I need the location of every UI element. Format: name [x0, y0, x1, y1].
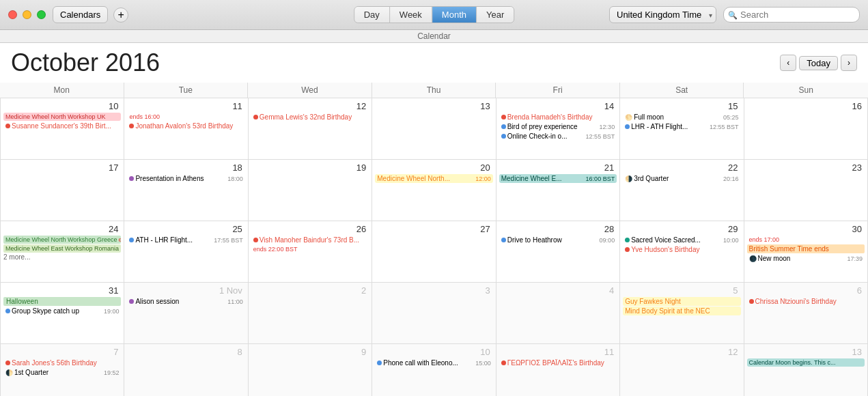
cell-nov4[interactable]: 4: [496, 283, 620, 344]
cell-oct20[interactable]: 20 Medicine Wheel North...12:00: [372, 160, 496, 221]
list-item[interactable]: Online Check-in o...12:55 BST: [499, 132, 617, 141]
list-item[interactable]: 🌓1st Quarter19:52: [3, 368, 121, 377]
cell-nov12[interactable]: 12: [620, 344, 744, 396]
calendars-button[interactable]: Calendars: [53, 6, 108, 23]
cell-oct24[interactable]: 24 Medicine Wheel North Workshop Greecee…: [1, 221, 124, 283]
list-item[interactable]: Calendar Moon begins. This c...: [747, 358, 865, 367]
dot-icon: [501, 134, 506, 139]
cell-oct28[interactable]: 28 Drive to Heathrow09:00: [496, 221, 620, 283]
list-item[interactable]: Brenda Hamadeh's Birthday: [499, 113, 617, 122]
list-item[interactable]: Drive to Heathrow09:00: [499, 236, 617, 244]
close-button[interactable]: [8, 10, 17, 19]
list-item[interactable]: Phone call with Eleono...15:00: [375, 358, 492, 367]
list-item[interactable]: 🌕Full moon05:25: [623, 113, 740, 122]
cell-oct31[interactable]: 31 Halloween Group Skype catch up19:00: [1, 283, 124, 344]
cell-nov2[interactable]: 2: [249, 283, 372, 344]
cell-nov7[interactable]: 7 Sarah Jones's 56th Birthday 🌓1st Quart…: [1, 344, 124, 396]
maximize-button[interactable]: [37, 10, 46, 19]
cell-oct18[interactable]: 18 Presentation in Athens18:00: [124, 160, 248, 221]
cell-oct16[interactable]: 16: [744, 98, 868, 160]
cell-oct11[interactable]: 11 ends 16:00 Jonathan Avalon's 53rd Bir…: [124, 98, 248, 160]
cell-oct19[interactable]: 19: [249, 160, 372, 221]
cell-nov3[interactable]: 3: [372, 283, 496, 344]
cell-nov1[interactable]: 1 Nov Alison session11:00: [124, 283, 248, 344]
cell-oct12[interactable]: 12 Gemma Lewis's 32nd Birthday: [249, 98, 372, 160]
list-item[interactable]: Medicine Wheel North...12:00: [375, 174, 492, 183]
list-item[interactable]: 🌗3rd Quarter20:16: [623, 174, 740, 183]
cell-oct27[interactable]: 27: [372, 221, 496, 283]
tab-month[interactable]: Month: [432, 7, 477, 23]
list-item[interactable]: Medicine Wheel North Workshop UK: [3, 113, 121, 121]
cell-oct13[interactable]: 13: [372, 98, 496, 160]
cell-nov5[interactable]: 5 Guy Fawkes Night Mind Body Spirit at t…: [620, 283, 744, 344]
list-item[interactable]: Gemma Lewis's 32nd Birthday: [251, 113, 369, 122]
list-item[interactable]: Bird of prey experience12:30: [499, 122, 617, 131]
cell-nov11[interactable]: 11 ΓΕΩΡΓΙΟΣ ΒΡΑΪΛΑΪΣ's Birthday: [496, 344, 620, 396]
today-button[interactable]: Today: [799, 56, 838, 70]
list-item[interactable]: Sarah Jones's 56th Birthday: [3, 358, 121, 367]
prev-month-button[interactable]: ‹: [780, 55, 796, 71]
list-item[interactable]: LHR - ATH Flight...12:55 BST: [623, 122, 740, 131]
cal-title-row: October 2016 ‹ Today ›: [0, 43, 868, 83]
list-item[interactable]: Vish Manoher Baindur's 73rd B...: [251, 236, 369, 244]
list-item[interactable]: Mind Body Spirit at the NEC: [623, 307, 740, 315]
cell-nov9[interactable]: 9: [249, 344, 372, 396]
cell-nov13[interactable]: 13 Calendar Moon begins. This c...: [744, 344, 868, 396]
cell-nov6[interactable]: 6 Chrissa Ntziouni's Birthday: [744, 283, 868, 344]
day-number: 12: [251, 100, 369, 113]
day-number: 4: [499, 284, 617, 297]
day-headers: Mon Tue Wed Thu Fri Sat Sun: [0, 83, 868, 98]
list-item[interactable]: 🌑New moon17:39: [747, 254, 865, 263]
list-item[interactable]: Sacred Voice Sacred...10:00: [623, 236, 740, 244]
cell-oct25[interactable]: 25 ATH - LHR Flight...17:55 BST: [124, 221, 248, 283]
list-item[interactable]: ΓΕΩΡΓΙΟΣ ΒΡΑΪΛΑΪΣ's Birthday: [499, 358, 617, 367]
search-icon: 🔍: [728, 10, 738, 19]
list-item[interactable]: Halloween: [3, 297, 121, 306]
cell-oct17[interactable]: 17: [1, 160, 124, 221]
cell-oct30[interactable]: 30 ends 17:00 British Summer Time ends 🌑…: [744, 221, 868, 283]
list-item[interactable]: Group Skype catch up19:00: [3, 307, 121, 315]
add-calendar-button[interactable]: +: [113, 8, 128, 23]
list-item[interactable]: Guy Fawkes Night: [623, 297, 740, 306]
next-month-button[interactable]: ›: [841, 55, 857, 71]
list-item[interactable]: Medicine Wheel E...16:00 BST: [499, 174, 617, 183]
day-number: 16: [747, 100, 865, 113]
tab-week[interactable]: Week: [390, 7, 432, 23]
cell-oct23[interactable]: 23: [744, 160, 868, 221]
day-number: 10: [375, 345, 492, 358]
cell-oct29[interactable]: 29 Sacred Voice Sacred...10:00 Yve Hudso…: [620, 221, 744, 283]
cell-oct26[interactable]: 26 Vish Manoher Baindur's 73rd B... ends…: [249, 221, 372, 283]
list-item[interactable]: Presentation in Athens18:00: [127, 174, 244, 183]
list-item[interactable]: British Summer Time ends: [747, 244, 865, 253]
more-events-link[interactable]: 2 more...: [3, 253, 121, 261]
tab-year[interactable]: Year: [477, 7, 514, 23]
cell-oct15[interactable]: 15 🌕Full moon05:25 LHR - ATH Flight...12…: [620, 98, 744, 160]
list-item[interactable]: Chrissa Ntziouni's Birthday: [747, 297, 865, 306]
tab-day[interactable]: Day: [354, 7, 390, 23]
search-input[interactable]: [723, 7, 860, 23]
cell-nov10[interactable]: 10 Phone call with Eleono...15:00: [372, 344, 496, 396]
list-item[interactable]: ATH - LHR Flight...17:55 BST: [127, 236, 244, 244]
cell-oct14[interactable]: 14 Brenda Hamadeh's Birthday Bird of pre…: [496, 98, 620, 160]
dot-icon: [129, 299, 134, 304]
list-item[interactable]: Medicine Wheel North Workshop Greeceends…: [3, 236, 121, 244]
list-item[interactable]: Yve Hudson's Birthday: [623, 245, 740, 254]
cell-oct10[interactable]: 10 Medicine Wheel North Workshop UK Susa…: [1, 98, 124, 160]
calendar-grid: 10 Medicine Wheel North Workshop UK Susa…: [0, 98, 868, 396]
cell-nov8[interactable]: 8: [124, 344, 248, 396]
birthday-icon: [501, 115, 506, 119]
dot-icon: [501, 124, 506, 129]
cell-oct21[interactable]: 21 Medicine Wheel E...16:00 BST: [496, 160, 620, 221]
day-number: 12: [623, 345, 740, 358]
day-number: 9: [251, 345, 369, 358]
day-number: 2: [251, 284, 369, 297]
moon-icon: 🌓: [5, 369, 13, 376]
minimize-button[interactable]: [23, 10, 31, 19]
list-item[interactable]: Susanne Sundancer's 39th Birt...: [3, 122, 121, 130]
cell-oct22[interactable]: 22 🌗3rd Quarter20:16: [620, 160, 744, 221]
list-item: ends 17:00: [747, 236, 865, 244]
list-item[interactable]: Jonathan Avalon's 53rd Birthday: [127, 122, 244, 130]
timezone-select[interactable]: United Kingdom Time: [609, 6, 716, 23]
list-item[interactable]: Alison session11:00: [127, 297, 244, 306]
list-item[interactable]: Medicine Wheel East Workshop Romania: [3, 244, 121, 253]
